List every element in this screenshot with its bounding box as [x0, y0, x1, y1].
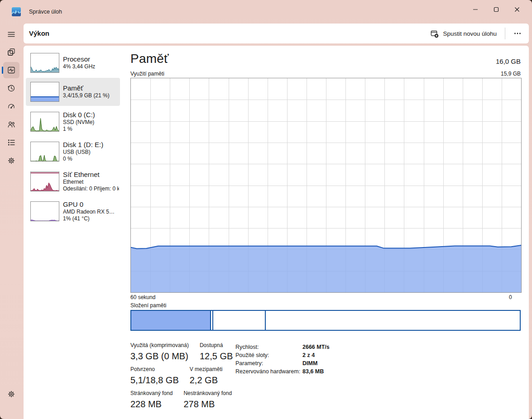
- nav-item-services[interactable]: [3, 152, 19, 169]
- stat-available: Dostupná 12,5 GB: [200, 342, 233, 362]
- sidebar-item-stats: Ethernet: [63, 179, 119, 186]
- page-header: Výkon Spustit novou úlohu: [24, 24, 529, 43]
- header-divider: [505, 28, 505, 39]
- sidebar-item-gpu[interactable]: GPU 0 AMD Radeon RX 5… 1% (41 °C): [26, 197, 120, 225]
- sidebar-item-stats: AMD Radeon RX 5…: [63, 209, 119, 215]
- disk0-mini-chart: [30, 112, 59, 132]
- sidebar-item-stats: Odesílání: 0 Příjem: 0 kb: [63, 186, 119, 192]
- hamburger-menu-icon: [7, 30, 16, 39]
- sidebar-item-stats: 1 %: [63, 126, 119, 133]
- sidebar-item-disk0[interactable]: Disk 0 (C:) SSD (NVMe) 1 %: [26, 108, 120, 136]
- task-manager-window: Správce úloh: [0, 0, 532, 419]
- detail-slots: Použité sloty: 2 z 4: [235, 351, 330, 359]
- nav-item-processes[interactable]: [3, 44, 19, 60]
- users-icon: [7, 120, 16, 129]
- window-title: Správce úloh: [29, 9, 62, 15]
- speedometer-icon: [7, 102, 16, 111]
- memory-composition-bar: [130, 310, 521, 331]
- settings-gear-icon: [7, 390, 16, 399]
- composition-segment-standby: [213, 311, 266, 330]
- sidebar-item-cpu[interactable]: Procesor 4% 3,44 GHz: [26, 49, 120, 77]
- stat-committed: Potvrzeno 5,1/18,8 GB: [130, 366, 179, 386]
- memory-usage-chart: [130, 78, 522, 293]
- maximize-button[interactable]: [486, 1, 507, 18]
- composition-segment-in-use: [131, 311, 211, 330]
- nav-selected-accent: [2, 67, 3, 74]
- sidebar-item-ethernet[interactable]: Síť Ethernet Ethernet Odesílání: 0 Příje…: [26, 167, 120, 195]
- usage-chart-max: 15,9 GB: [501, 71, 521, 77]
- maximize-icon: [494, 7, 499, 12]
- nav-item-performance[interactable]: [3, 62, 19, 78]
- disk1-mini-chart: [30, 142, 59, 162]
- sidebar-item-stats: USB (USB): [63, 149, 119, 156]
- sidebar-item-stats: 1% (41 °C): [63, 215, 119, 222]
- new-task-icon: [430, 29, 439, 38]
- sidebar-item-label: GPU 0: [63, 200, 119, 209]
- memory-mini-chart: [30, 82, 59, 102]
- window-controls: [465, 1, 527, 18]
- memory-total: 16,0 GB: [496, 57, 521, 65]
- minimize-icon: [473, 7, 478, 12]
- run-new-task-label: Spustit novou úlohu: [443, 30, 497, 37]
- details-list-icon: [7, 138, 16, 147]
- performance-pulse-icon: [7, 66, 16, 75]
- detail-speed: Rychlost: 2666 MT/s: [235, 343, 330, 351]
- memory-stats: Využitá (komprimovaná) 3,3 GB (0 MB) Dos…: [130, 342, 233, 414]
- performance-content: Procesor 4% 3,44 GHz Paměť 3,4/15,9 GB (…: [24, 46, 529, 419]
- more-options-button[interactable]: [509, 27, 526, 40]
- sidebar-item-disk1[interactable]: Disk 1 (D: E:) USB (USB) 0 %: [26, 138, 120, 166]
- detail-form-factor: Parametry: DIMM: [235, 359, 330, 367]
- detail-hw-reserved: Rezervováno hardwarem: 83,6 MB: [235, 367, 330, 376]
- composition-segment-free: [266, 311, 520, 330]
- nav-item-details[interactable]: [3, 134, 19, 151]
- x-axis-right-label: 0: [509, 294, 512, 300]
- services-gear-icon: [7, 156, 16, 165]
- ethernet-mini-chart: [30, 171, 59, 191]
- x-axis-left-label: 60 sekund: [130, 294, 155, 300]
- stat-nonpaged-pool: Nestránkovaný fond 278 MB: [183, 390, 232, 410]
- settings-button[interactable]: [3, 386, 19, 402]
- nav-item-startup-apps[interactable]: [3, 98, 19, 114]
- page-title: Výkon: [29, 29, 49, 37]
- performance-sidebar: Procesor 4% 3,44 GHz Paměť 3,4/15,9 GB (…: [24, 46, 122, 419]
- sidebar-item-label: Paměť: [63, 84, 119, 92]
- titlebar: Správce úloh: [0, 0, 532, 22]
- nav-item-app-history[interactable]: [3, 80, 19, 96]
- processes-icon: [7, 48, 16, 57]
- close-button[interactable]: [507, 1, 527, 18]
- history-clock-icon: [7, 84, 16, 93]
- composition-label: Složení paměti: [130, 302, 166, 309]
- run-new-task-button[interactable]: Spustit novou úlohu: [426, 27, 501, 41]
- hardware-details: Rychlost: 2666 MT/s Použité sloty: 2 z 4…: [235, 343, 330, 376]
- stat-cached: V mezipaměti 2,2 GB: [190, 366, 223, 386]
- stat-used: Využitá (komprimovaná) 3,3 GB (0 MB): [130, 342, 189, 362]
- nav-rail: [0, 22, 23, 419]
- sidebar-item-label: Disk 0 (C:): [63, 110, 119, 119]
- header-actions: Spustit novou úlohu: [426, 24, 526, 43]
- close-icon: [514, 7, 520, 12]
- minimize-button[interactable]: [465, 1, 486, 18]
- sidebar-item-stats: 3,4/15,9 GB (21 %): [63, 92, 119, 99]
- cpu-mini-chart: [30, 53, 59, 73]
- hamburger-menu-button[interactable]: [3, 26, 19, 43]
- more-ellipsis-icon: [513, 29, 522, 38]
- task-manager-app-icon: [12, 7, 21, 16]
- sidebar-item-label: Disk 1 (D: E:): [63, 140, 119, 149]
- memory-title: Paměť: [130, 52, 169, 66]
- sidebar-item-label: Síť Ethernet: [63, 170, 119, 179]
- gpu-mini-chart: [30, 201, 59, 221]
- stat-paged-pool: Stránkovaný fond 228 MB: [130, 390, 173, 410]
- sidebar-item-memory[interactable]: Paměť 3,4/15,9 GB (21 %): [26, 78, 120, 106]
- sidebar-item-stats: 4% 3,44 GHz: [63, 63, 119, 70]
- nav-item-users[interactable]: [3, 116, 19, 133]
- usage-chart-label: Využití paměti: [130, 71, 164, 77]
- memory-panel: Paměť 16,0 GB Využití paměti 15,9 GB 60 …: [130, 46, 529, 419]
- sidebar-item-label: Procesor: [63, 55, 119, 63]
- sidebar-item-stats: 0 %: [63, 156, 119, 162]
- sidebar-item-stats: SSD (NVMe): [63, 119, 119, 126]
